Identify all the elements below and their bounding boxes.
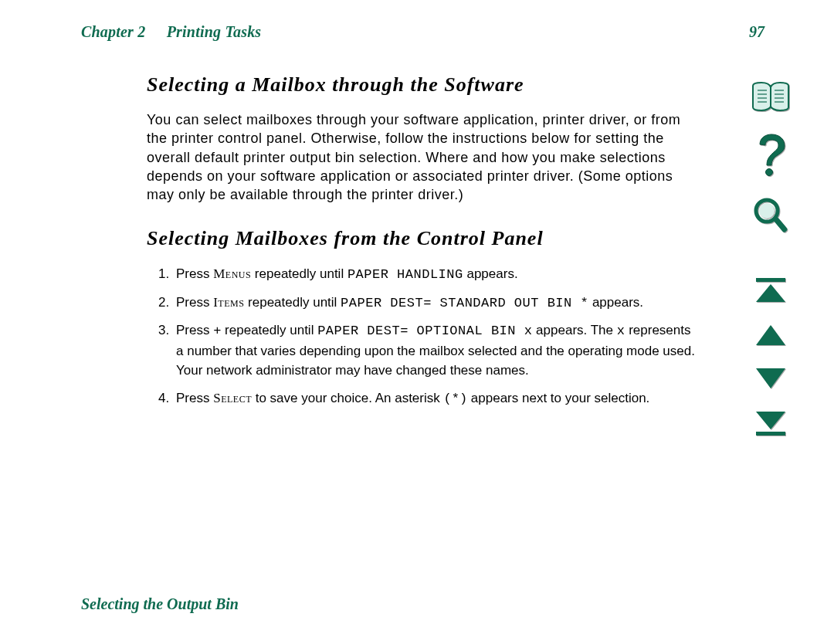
plus-key: + (213, 324, 221, 338)
svg-marker-17 (756, 412, 785, 429)
help-icon[interactable] (754, 134, 788, 177)
step-text: appears. (463, 266, 518, 281)
step-text: repeatedly until (221, 323, 317, 337)
search-icon[interactable] (753, 197, 788, 237)
step-4: Press Select to save your choice. An ast… (173, 388, 695, 409)
x-placeholder: x (617, 324, 626, 338)
pdf-nav-bar (749, 81, 792, 436)
asterisk: (*) (443, 391, 467, 406)
panel-text: PAPER HANDLING (348, 267, 463, 282)
step-text: appears next to your selection. (467, 391, 649, 405)
step-text: to save your choice. An asterisk (252, 391, 444, 405)
step-text: Press (176, 391, 213, 405)
select-key: Select (213, 391, 252, 405)
section-heading-controlpanel: Selecting Mailboxes from the Control Pan… (147, 227, 695, 250)
steps-list: Press Menus repeatedly until PAPER HANDL… (147, 264, 695, 408)
step-text: repeatedly until (244, 295, 341, 310)
panel-text: PAPER DEST= OPTIONAL BIN x (317, 324, 532, 338)
page-number: 97 (749, 23, 764, 41)
items-key: Items (213, 295, 244, 310)
svg-marker-14 (756, 284, 785, 302)
step-text: Press (176, 323, 213, 337)
previous-page-icon[interactable] (754, 324, 787, 347)
step-text: Press (176, 295, 213, 310)
toc-icon[interactable] (751, 81, 790, 114)
svg-rect-18 (756, 432, 785, 436)
step-text: repeatedly until (251, 266, 348, 281)
section-body-software: You can select mailboxes through your so… (147, 110, 695, 204)
panel-text: PAPER DEST= STANDARD OUT BIN * (341, 296, 588, 310)
menus-key: Menus (213, 266, 251, 281)
svg-point-9 (766, 169, 773, 176)
header-left: Chapter 2 Printing Tasks (81, 23, 261, 41)
svg-point-11 (759, 203, 775, 219)
svg-rect-12 (773, 217, 788, 233)
page-header: Chapter 2 Printing Tasks 97 (81, 23, 764, 41)
last-page-icon[interactable] (754, 410, 787, 436)
step-1: Press Menus repeatedly until PAPER HANDL… (173, 264, 695, 285)
svg-marker-15 (756, 325, 785, 345)
page-content: Selecting a Mailbox through the Software… (147, 73, 695, 416)
chapter-title: Printing Tasks (167, 23, 262, 40)
step-2: Press Items repeatedly until PAPER DEST=… (173, 293, 695, 314)
svg-marker-16 (756, 368, 785, 388)
step-3: Press + repeatedly until PAPER DEST= OPT… (173, 320, 695, 381)
next-page-icon[interactable] (754, 367, 787, 390)
step-text: appears. (588, 295, 643, 310)
page-footer: Selecting the Output Bin (81, 595, 239, 613)
section-heading-software: Selecting a Mailbox through the Software (147, 73, 695, 97)
first-page-icon[interactable] (754, 277, 787, 303)
svg-rect-13 (756, 278, 785, 282)
chapter-number: Chapter 2 (81, 23, 145, 40)
step-text: Press (176, 266, 213, 281)
page: Chapter 2 Printing Tasks 97 Selecting a … (0, 0, 834, 644)
step-text: appears. The (532, 323, 616, 337)
